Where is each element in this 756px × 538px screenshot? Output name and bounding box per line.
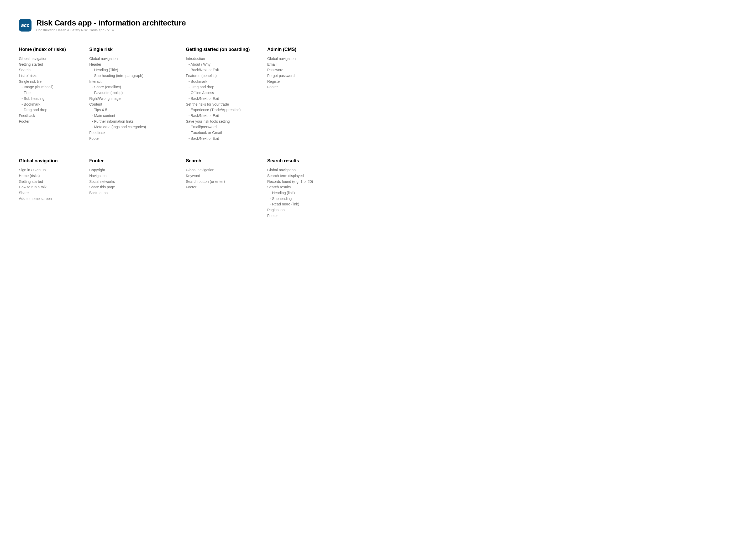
section-heading: Home (index of risks) bbox=[19, 47, 89, 52]
list-item: Copyright bbox=[89, 167, 186, 173]
list-item: Footer bbox=[267, 213, 317, 219]
list-item: - Tips 4-5 bbox=[89, 107, 186, 113]
list-item: - Heading (Title) bbox=[89, 67, 186, 73]
app-logo-icon: acc bbox=[19, 19, 31, 31]
list-item: Feedback bbox=[89, 130, 186, 136]
list-item: Records found (e.g. 1 of 20) bbox=[267, 179, 317, 185]
list-item: Feedback bbox=[19, 113, 89, 119]
list-item: Search button (or enter) bbox=[186, 179, 267, 185]
section: Getting started (on boarding)Introductio… bbox=[186, 47, 267, 141]
list-item: - Meta data (tags and categories) bbox=[89, 124, 186, 130]
list-item: Global navigation bbox=[89, 56, 186, 62]
list-item: - Share (email/txt) bbox=[89, 84, 186, 90]
list-item: - Read more (link) bbox=[267, 201, 317, 207]
section-heading: Admin (CMS) bbox=[267, 47, 317, 52]
list-item: Footer bbox=[89, 136, 186, 141]
list-item: - Subheading bbox=[267, 196, 317, 202]
list-item: Content bbox=[89, 102, 186, 107]
section: Single riskGlobal navigationHeader- Head… bbox=[89, 47, 186, 141]
list-item: Right/Wrong image bbox=[89, 96, 186, 102]
list-item: Header bbox=[89, 62, 186, 68]
list-item: - Email/password bbox=[186, 124, 267, 130]
list-item: - Sub heading bbox=[19, 96, 89, 102]
list-item: Add to home screen bbox=[19, 196, 89, 202]
list-item: Global navigation bbox=[186, 167, 267, 173]
section: Home (index of risks)Global navigationGe… bbox=[19, 47, 89, 141]
section-heading: Search bbox=[186, 158, 267, 164]
list-item: - Back/Next or Exit bbox=[186, 113, 267, 119]
list-item: Sign in / Sign up bbox=[19, 167, 89, 173]
list-item: - Image (thumbnail) bbox=[19, 84, 89, 90]
list-item: - Favourite (tooltip) bbox=[89, 90, 186, 96]
list-item: Global navigation bbox=[19, 56, 89, 62]
list-item: - Bookmark bbox=[186, 79, 267, 84]
page-subtitle: Construction Health & Safety Risk Cards … bbox=[36, 28, 186, 32]
section-heading: Footer bbox=[89, 158, 186, 164]
section-heading: Global navigation bbox=[19, 158, 89, 164]
list-item: Single risk tile bbox=[19, 79, 89, 84]
list-item: - About / Why bbox=[186, 62, 267, 68]
list-item: - Sub-heading (intro paragraph) bbox=[89, 73, 186, 79]
page-title: Risk Cards app - information architectur… bbox=[36, 19, 186, 27]
list-item: - Heading (link) bbox=[267, 190, 317, 196]
list-item: - Bookmark bbox=[19, 102, 89, 107]
list-item: Footer bbox=[267, 84, 317, 90]
page-header: acc Risk Cards app - information archite… bbox=[19, 19, 317, 32]
list-item: Share bbox=[19, 190, 89, 196]
list-item: Footer bbox=[19, 119, 89, 125]
header-text-block: Risk Cards app - information architectur… bbox=[36, 19, 186, 32]
list-item: Introduction bbox=[186, 56, 267, 62]
sections-grid: Home (index of risks)Global navigationGe… bbox=[19, 47, 317, 219]
list-item: Keyword bbox=[186, 173, 267, 179]
list-item: - Main content bbox=[89, 113, 186, 119]
section: Global navigationSign in / Sign upHome (… bbox=[19, 158, 89, 219]
list-item: Social networks bbox=[89, 179, 186, 185]
list-item: How to run a talk bbox=[19, 185, 89, 190]
list-item: Register bbox=[267, 79, 317, 84]
logo-text: acc bbox=[21, 22, 29, 28]
list-item: Search results bbox=[267, 185, 317, 190]
list-item: Set the risks for your trade bbox=[186, 102, 267, 107]
list-item: Footer bbox=[186, 185, 267, 190]
list-item: Forgot password bbox=[267, 73, 317, 79]
section-heading: Single risk bbox=[89, 47, 186, 52]
section: SearchGlobal navigationKeywordSearch but… bbox=[186, 158, 267, 219]
list-item: - Drag and drop bbox=[186, 84, 267, 90]
list-item: - Facebook or Gmail bbox=[186, 130, 267, 136]
list-item: - Drag and drop bbox=[19, 107, 89, 113]
section: Admin (CMS)Global navigationEmailPasswor… bbox=[267, 47, 317, 141]
list-item: Password bbox=[267, 67, 317, 73]
list-item: Navigation bbox=[89, 173, 186, 179]
section: Search resultsGlobal navigationSearch te… bbox=[267, 158, 317, 219]
list-item: Home (risks) bbox=[19, 173, 89, 179]
list-item: Getting started bbox=[19, 179, 89, 185]
list-item: Global navigation bbox=[267, 167, 317, 173]
list-item: Pagination bbox=[267, 207, 317, 213]
section-heading: Getting started (on boarding) bbox=[186, 47, 267, 52]
list-item: Share this page bbox=[89, 185, 186, 190]
list-item: List of risks bbox=[19, 73, 89, 79]
list-item: - Further information links bbox=[89, 119, 186, 125]
list-item: Getting started bbox=[19, 62, 89, 68]
list-item: - Back/Next or Exit bbox=[186, 67, 267, 73]
list-item: - Back/Next or Exit bbox=[186, 96, 267, 102]
list-item: Search bbox=[19, 67, 89, 73]
list-item: Interact bbox=[89, 79, 186, 84]
list-item: Features (benefits) bbox=[186, 73, 267, 79]
list-item: Global navigation bbox=[267, 56, 317, 62]
list-item: Email bbox=[267, 62, 317, 68]
list-item: Search term displayed bbox=[267, 173, 317, 179]
section-heading: Search results bbox=[267, 158, 317, 164]
list-item: - Experience (Trade/Apprentice) bbox=[186, 107, 267, 113]
list-item: Save your risk tools setting bbox=[186, 119, 267, 125]
list-item: - Offline Access bbox=[186, 90, 267, 96]
list-item: - Title bbox=[19, 90, 89, 96]
section: FooterCopyrightNavigationSocial networks… bbox=[89, 158, 186, 219]
list-item: Back to top bbox=[89, 190, 186, 196]
list-item: - Back/Next or Exit bbox=[186, 136, 267, 141]
